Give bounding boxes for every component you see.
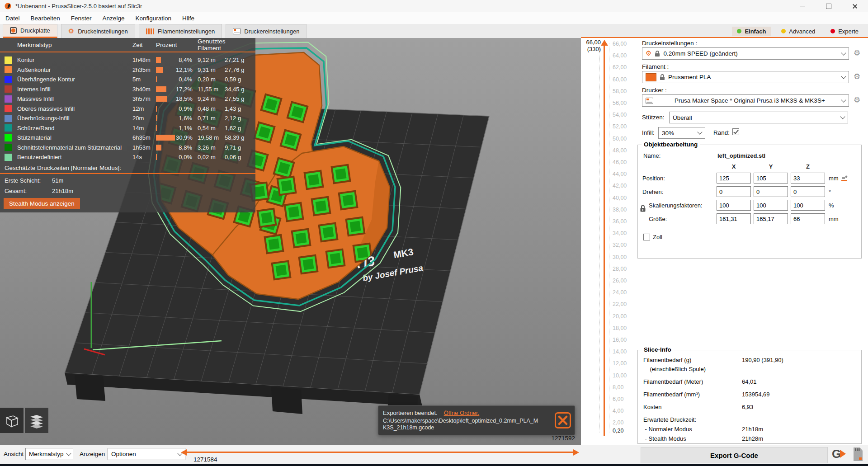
preview-view-button[interactable] (25, 408, 48, 433)
first-layer-label: Erste Schicht: (5, 177, 41, 184)
object-field-größe--x[interactable] (717, 213, 751, 224)
feature-percent: 0,0% (176, 154, 192, 160)
mode-advanced[interactable]: Advanced (776, 27, 820, 36)
feature-time: 1h48m (132, 56, 156, 63)
supports-select[interactable]: Überall (669, 112, 848, 123)
show-value: Optionen (111, 451, 136, 457)
layer-height-value: 66,00 (581, 39, 601, 46)
printer-select[interactable]: Prusa Maker Space * Original Prusa i3 MK… (642, 94, 849, 107)
feature-time: 3h57m (132, 95, 156, 102)
feature-meters: 19,58 m (192, 134, 224, 141)
unit-cell: ° (828, 188, 849, 195)
filament-gear-button[interactable]: ⚙ (854, 73, 860, 80)
notification-close-button[interactable] (555, 412, 571, 428)
layer-tick: 50,00 (613, 136, 632, 142)
layer-tick: 28,00 (613, 266, 632, 272)
tab-druckereinstellungen[interactable]: Druckereinstellungen (226, 24, 307, 38)
object-field-drehen--z[interactable] (791, 186, 825, 197)
lock-icon (660, 74, 665, 80)
first-layer-row: Erste Schicht: 51m (5, 177, 41, 184)
tab-filamenteinstellungen[interactable]: Filamenteinstellungen (139, 24, 222, 38)
legend-row: Kontur1h48m8,4%9,12 m27,21 g (0, 55, 255, 65)
menu-item-hilfe[interactable]: Hilfe (182, 15, 194, 22)
layer-slider-track[interactable] (604, 42, 605, 436)
percent-bar (156, 76, 157, 82)
object-field-skalierungsfaktoren--y[interactable] (754, 200, 788, 211)
object-manipulation-panel: Objektbearbeitung Name: left_optimized.s… (637, 145, 862, 259)
slice-info-label: Filamentbedarf (Meter) (643, 378, 703, 385)
layer-tick: 26,00 (613, 278, 632, 284)
export-gcode-icon[interactable]: G (832, 447, 846, 461)
layer-tick: 54,00 (613, 112, 632, 118)
tab-druckeinstellungen[interactable]: ⚙Druckeinstellungen (61, 24, 135, 38)
feature-label: Kontur (17, 56, 132, 63)
object-field-größe--y[interactable] (754, 213, 788, 224)
inches-checkbox[interactable] (643, 234, 650, 240)
feature-grams: 2,12 g (224, 115, 249, 122)
object-field-position--y[interactable] (754, 173, 788, 184)
maximize-button[interactable] (816, 0, 842, 12)
menu-item-fenster[interactable]: Fenster (71, 15, 92, 22)
feature-meters: 11,55 m (192, 86, 224, 93)
object-field-größe--z[interactable] (791, 213, 825, 224)
object-field-skalierungsfaktoren--z[interactable] (791, 200, 825, 211)
object-field-position--x[interactable] (717, 173, 751, 184)
mode-einfach[interactable]: Einfach (732, 27, 771, 36)
filament-value: Prusament PLA (668, 74, 711, 80)
feature-time: 20m (132, 115, 156, 122)
layer-tick: 62,00 (613, 64, 632, 71)
uniform-scale-lock-icon[interactable] (640, 205, 646, 212)
drop-to-bed-icon[interactable] (841, 175, 848, 181)
menu-item-datei[interactable]: Datei (5, 15, 20, 22)
percent-bar-cell (156, 67, 176, 73)
sd-card-icon[interactable] (851, 447, 863, 462)
menu-item-bearbeiten[interactable]: Bearbeiten (31, 15, 60, 22)
print-settings-select[interactable]: ⚙ 0.20mm SPEED (geändert) (642, 47, 849, 60)
infill-select[interactable]: 30% (658, 127, 705, 139)
show-select[interactable]: Optionen (108, 448, 185, 460)
feature-time: 6h35m (132, 134, 156, 141)
tab-druckplatte[interactable]: Druckplatte (3, 24, 57, 38)
object-field-drehen--x[interactable] (717, 186, 751, 197)
brim-checkbox[interactable] (732, 128, 739, 135)
close-x-icon (558, 415, 568, 425)
feature-color-swatch (5, 105, 12, 112)
moves-slider-right-thumb[interactable] (573, 449, 579, 456)
mode-dot-icon (737, 29, 741, 33)
print-settings-gear-button[interactable]: ⚙ (854, 49, 860, 57)
export-gcode-button[interactable]: Export G-Code (641, 447, 828, 463)
printer-gear-button[interactable]: ⚙ (854, 96, 860, 104)
object-row-label: Position: (642, 175, 714, 182)
feature-grams: 27,21 g (224, 56, 249, 63)
filament-icon (146, 28, 154, 34)
layer-slider[interactable]: 66,00 (330) 66,0064,0062,0060,0058,0056,… (581, 38, 631, 445)
filament-select[interactable]: Prusament PLA (642, 71, 849, 83)
open-folder-link[interactable]: Öffne Ordner. (444, 410, 480, 416)
plate-icon (10, 27, 17, 34)
minimize-button[interactable] (789, 0, 816, 12)
close-button[interactable] (842, 0, 868, 12)
menu-item-anzeige[interactable]: Anzeige (103, 15, 125, 22)
slice-info-panel: Slice-Info Filamentbedarf (g)190,90 (391… (637, 350, 862, 444)
mode-experte[interactable]: Experte (826, 27, 863, 36)
view-select[interactable]: Merkmalstyp (25, 448, 73, 460)
slice-info-row: Kosten6,93 (643, 404, 856, 410)
layer-slider-upper-thumb[interactable] (601, 40, 608, 46)
editor-view-button[interactable] (0, 408, 24, 433)
minimize-icon (800, 6, 805, 6)
profile-gear-icon: ⚙ (646, 50, 651, 57)
slice-info-label: Kosten (643, 404, 661, 410)
menu-item-konfiguration[interactable]: Konfiguration (135, 15, 171, 22)
object-field-position--z[interactable] (791, 173, 825, 184)
feature-label: Stützmaterial (17, 134, 132, 141)
slice-info-label: Filamentbedarf (g) (643, 357, 691, 363)
inches-label: Zoll (653, 234, 662, 240)
layer-tick: 64,00 (613, 52, 632, 59)
viewport-3d[interactable]: USA i3 MK3 by Josef Prusa Merkmalstyp Ze… (0, 38, 581, 445)
legend-row: Benutzerdefiniert14s0,0%0,02 m0,06 g (0, 152, 255, 162)
stealth-mode-button[interactable]: Stealth Modus anzeigen (4, 198, 80, 209)
object-field-drehen--y[interactable] (754, 186, 788, 197)
object-field-skalierungsfaktoren--x[interactable] (717, 200, 751, 211)
moves-slider-track[interactable] (186, 452, 573, 453)
feature-time: 1h53m (132, 144, 156, 151)
